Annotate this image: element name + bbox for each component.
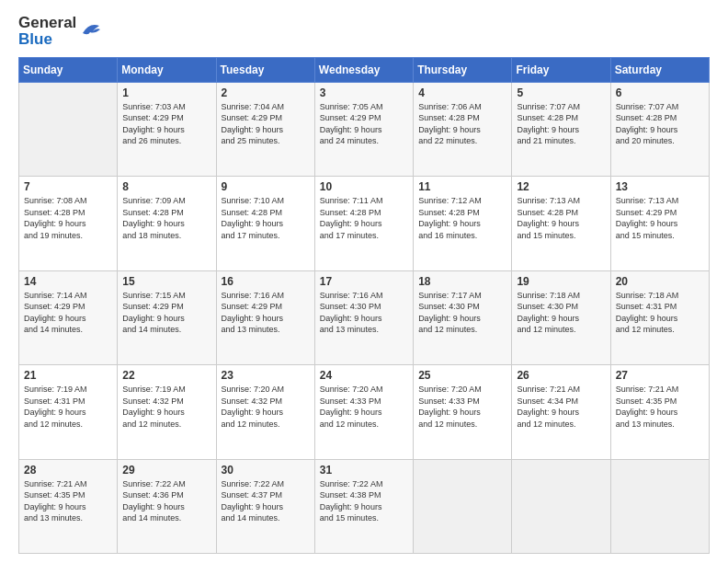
calendar-cell: 11Sunrise: 7:12 AMSunset: 4:28 PMDayligh… [414, 177, 512, 270]
calendar-cell [512, 459, 610, 554]
calendar-cell: 6Sunrise: 7:07 AMSunset: 4:28 PMDaylight… [610, 82, 709, 176]
day-info: Sunrise: 7:15 AMSunset: 4:29 PMDaylight:… [122, 290, 210, 336]
calendar-cell: 14Sunrise: 7:14 AMSunset: 4:29 PMDayligh… [19, 270, 118, 364]
week-row-5: 28Sunrise: 7:21 AMSunset: 4:35 PMDayligh… [19, 459, 710, 554]
calendar-cell [610, 459, 709, 554]
calendar-cell: 26Sunrise: 7:21 AMSunset: 4:34 PMDayligh… [512, 365, 610, 459]
day-info: Sunrise: 7:19 AMSunset: 4:32 PMDaylight:… [122, 384, 210, 430]
day-info: Sunrise: 7:12 AMSunset: 4:28 PMDaylight:… [418, 195, 506, 241]
day-number: 28 [24, 464, 112, 477]
calendar-cell: 4Sunrise: 7:06 AMSunset: 4:28 PMDaylight… [414, 82, 512, 176]
calendar-cell: 19Sunrise: 7:18 AMSunset: 4:30 PMDayligh… [512, 270, 610, 364]
day-info: Sunrise: 7:06 AMSunset: 4:28 PMDaylight:… [418, 101, 506, 147]
weekday-header-row: SundayMondayTuesdayWednesdayThursdayFrid… [19, 57, 710, 82]
calendar-cell: 31Sunrise: 7:22 AMSunset: 4:38 PMDayligh… [314, 459, 413, 554]
calendar-cell: 12Sunrise: 7:13 AMSunset: 4:28 PMDayligh… [512, 177, 610, 270]
logo-general: General [18, 15, 76, 31]
day-info: Sunrise: 7:16 AMSunset: 4:30 PMDaylight:… [320, 290, 408, 336]
calendar-cell: 25Sunrise: 7:20 AMSunset: 4:33 PMDayligh… [414, 365, 512, 459]
day-number: 16 [222, 275, 310, 288]
day-info: Sunrise: 7:18 AMSunset: 4:30 PMDaylight:… [517, 290, 605, 336]
logo: General Blue [18, 15, 100, 48]
day-info: Sunrise: 7:19 AMSunset: 4:31 PMDaylight:… [24, 384, 112, 430]
day-number: 6 [616, 86, 704, 99]
calendar-cell: 16Sunrise: 7:16 AMSunset: 4:29 PMDayligh… [216, 270, 314, 364]
week-row-2: 7Sunrise: 7:08 AMSunset: 4:28 PMDaylight… [19, 177, 710, 270]
calendar-cell [19, 82, 118, 176]
day-info: Sunrise: 7:22 AMSunset: 4:36 PMDaylight:… [122, 478, 210, 524]
day-number: 31 [320, 464, 408, 477]
day-info: Sunrise: 7:17 AMSunset: 4:30 PMDaylight:… [418, 290, 506, 336]
calendar-cell: 18Sunrise: 7:17 AMSunset: 4:30 PMDayligh… [414, 270, 512, 364]
day-info: Sunrise: 7:07 AMSunset: 4:28 PMDaylight:… [616, 101, 704, 147]
week-row-1: 1Sunrise: 7:03 AMSunset: 4:29 PMDaylight… [19, 82, 710, 176]
day-number: 30 [222, 464, 310, 477]
day-info: Sunrise: 7:03 AMSunset: 4:29 PMDaylight:… [122, 101, 210, 147]
weekday-sunday: Sunday [19, 57, 118, 82]
day-number: 11 [418, 180, 506, 193]
day-info: Sunrise: 7:08 AMSunset: 4:28 PMDaylight:… [24, 195, 112, 241]
header: General Blue [18, 15, 710, 48]
day-number: 17 [320, 275, 408, 288]
calendar-cell: 20Sunrise: 7:18 AMSunset: 4:31 PMDayligh… [610, 270, 709, 364]
calendar-cell: 5Sunrise: 7:07 AMSunset: 4:28 PMDaylight… [512, 82, 610, 176]
day-number: 14 [24, 275, 112, 288]
day-info: Sunrise: 7:21 AMSunset: 4:34 PMDaylight:… [517, 384, 605, 430]
calendar-cell: 7Sunrise: 7:08 AMSunset: 4:28 PMDaylight… [19, 177, 118, 270]
day-number: 18 [418, 275, 506, 288]
calendar-cell: 2Sunrise: 7:04 AMSunset: 4:29 PMDaylight… [216, 82, 314, 176]
calendar-cell: 29Sunrise: 7:22 AMSunset: 4:36 PMDayligh… [118, 459, 216, 554]
calendar-cell: 1Sunrise: 7:03 AMSunset: 4:29 PMDaylight… [118, 82, 216, 176]
weekday-wednesday: Wednesday [314, 57, 413, 82]
logo-blue: Blue [18, 31, 52, 48]
day-info: Sunrise: 7:22 AMSunset: 4:37 PMDaylight:… [222, 478, 310, 524]
day-info: Sunrise: 7:07 AMSunset: 4:28 PMDaylight:… [517, 101, 605, 147]
calendar-cell: 17Sunrise: 7:16 AMSunset: 4:30 PMDayligh… [314, 270, 413, 364]
calendar-table: SundayMondayTuesdayWednesdayThursdayFrid… [18, 57, 710, 554]
calendar-cell: 8Sunrise: 7:09 AMSunset: 4:28 PMDaylight… [118, 177, 216, 270]
day-info: Sunrise: 7:11 AMSunset: 4:28 PMDaylight:… [320, 195, 408, 241]
day-number: 24 [320, 369, 408, 382]
page: General Blue SundayMondayTuesdayWednesda… [0, 0, 728, 563]
calendar-cell [414, 459, 512, 554]
day-number: 5 [517, 86, 605, 99]
day-info: Sunrise: 7:20 AMSunset: 4:32 PMDaylight:… [222, 384, 310, 430]
weekday-friday: Friday [512, 57, 610, 82]
day-number: 7 [24, 180, 112, 193]
day-number: 12 [517, 180, 605, 193]
calendar-cell: 9Sunrise: 7:10 AMSunset: 4:28 PMDaylight… [216, 177, 314, 270]
calendar-cell: 15Sunrise: 7:15 AMSunset: 4:29 PMDayligh… [118, 270, 216, 364]
calendar-body: 1Sunrise: 7:03 AMSunset: 4:29 PMDaylight… [19, 82, 710, 553]
day-info: Sunrise: 7:09 AMSunset: 4:28 PMDaylight:… [122, 195, 210, 241]
day-number: 9 [222, 180, 310, 193]
day-number: 8 [122, 180, 210, 193]
day-number: 15 [122, 275, 210, 288]
day-number: 2 [222, 86, 310, 99]
calendar-cell: 24Sunrise: 7:20 AMSunset: 4:33 PMDayligh… [314, 365, 413, 459]
day-info: Sunrise: 7:05 AMSunset: 4:29 PMDaylight:… [320, 101, 408, 147]
day-number: 26 [517, 369, 605, 382]
calendar-cell: 23Sunrise: 7:20 AMSunset: 4:32 PMDayligh… [216, 365, 314, 459]
day-info: Sunrise: 7:13 AMSunset: 4:28 PMDaylight:… [517, 195, 605, 241]
calendar-cell: 28Sunrise: 7:21 AMSunset: 4:35 PMDayligh… [19, 459, 118, 554]
week-row-4: 21Sunrise: 7:19 AMSunset: 4:31 PMDayligh… [19, 365, 710, 459]
day-number: 3 [320, 86, 408, 99]
day-number: 19 [517, 275, 605, 288]
day-info: Sunrise: 7:20 AMSunset: 4:33 PMDaylight:… [320, 384, 408, 430]
day-info: Sunrise: 7:14 AMSunset: 4:29 PMDaylight:… [24, 290, 112, 336]
day-number: 29 [122, 464, 210, 477]
day-info: Sunrise: 7:21 AMSunset: 4:35 PMDaylight:… [24, 478, 112, 524]
weekday-thursday: Thursday [414, 57, 512, 82]
calendar-cell: 30Sunrise: 7:22 AMSunset: 4:37 PMDayligh… [216, 459, 314, 554]
day-number: 10 [320, 180, 408, 193]
logo-bird-icon [80, 20, 100, 39]
calendar-cell: 3Sunrise: 7:05 AMSunset: 4:29 PMDaylight… [314, 82, 413, 176]
day-info: Sunrise: 7:18 AMSunset: 4:31 PMDaylight:… [616, 290, 704, 336]
day-number: 25 [418, 369, 506, 382]
weekday-monday: Monday [118, 57, 216, 82]
calendar-cell: 27Sunrise: 7:21 AMSunset: 4:35 PMDayligh… [610, 365, 709, 459]
week-row-3: 14Sunrise: 7:14 AMSunset: 4:29 PMDayligh… [19, 270, 710, 364]
day-number: 1 [122, 86, 210, 99]
day-info: Sunrise: 7:21 AMSunset: 4:35 PMDaylight:… [616, 384, 704, 430]
day-number: 22 [122, 369, 210, 382]
